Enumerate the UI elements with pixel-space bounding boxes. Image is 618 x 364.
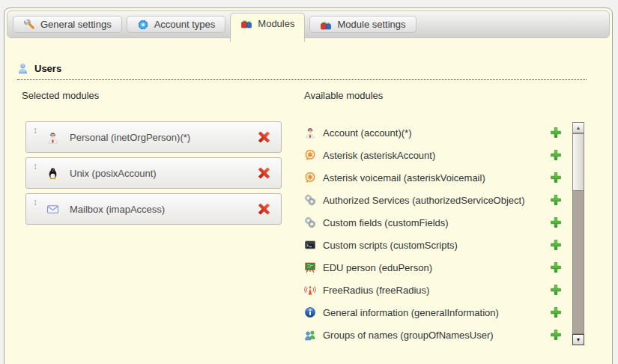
available-module-label: EDU person (eduPerson) <box>323 262 432 273</box>
available-module-label: General information (generalInformation) <box>323 307 499 318</box>
available-module-groups-of-names: Groups of names (groupOfNamesUser) <box>304 324 566 346</box>
selected-modules-list: ↕ Personal (inetOrgPerson)(*) ↕ Unix (po… <box>25 121 282 229</box>
available-module-label: Groups of names (groupOfNamesUser) <box>323 330 494 341</box>
user-icon <box>17 63 28 74</box>
section-title: Users <box>34 63 61 74</box>
available-module-label: Asterisk voicemail (asteriskVoicemail) <box>323 172 485 183</box>
asterisk-icon <box>304 149 316 161</box>
available-module-label: Asterisk (asteriskAccount) <box>323 150 435 161</box>
selected-module-label: Mailbox (imapAccess) <box>70 204 165 215</box>
chalkboard-icon <box>304 261 316 273</box>
scroll-up-icon[interactable]: ▲ <box>572 122 584 133</box>
remove-module-button[interactable] <box>257 202 271 216</box>
tab-list: General settings Account types Modules M… <box>13 11 416 42</box>
drag-handle-icon[interactable]: ↕ <box>33 126 37 135</box>
modules-config-panel: General settings Account types Modules M… <box>4 7 613 364</box>
remove-module-button[interactable] <box>257 166 271 181</box>
person-icon <box>46 131 59 144</box>
available-module-account: Account (account)(*) <box>304 121 566 144</box>
tab-label: Module settings <box>337 19 405 30</box>
group-icon <box>304 329 316 341</box>
wrench-icon <box>23 19 35 31</box>
terminal-icon <box>304 239 316 251</box>
available-module-asterisk: Asterisk (asteriskAccount) <box>304 144 566 166</box>
add-module-button[interactable] <box>550 261 562 273</box>
add-module-button[interactable] <box>550 172 562 183</box>
add-module-button[interactable] <box>550 149 562 161</box>
tux-icon <box>46 167 59 180</box>
available-module-label: Custom fields (customFields) <box>323 217 449 228</box>
person-icon <box>304 127 316 139</box>
available-module-label: Account (account)(*) <box>323 127 412 139</box>
available-module-freeradius: FreeRadius (freeRadius) <box>304 279 566 301</box>
drag-handle-icon[interactable]: ↕ <box>33 198 37 207</box>
gear-icon <box>137 19 149 31</box>
gears-icon <box>304 194 316 206</box>
available-modules-list: Account (account)(*) Asterisk (asteriskA… <box>304 121 566 346</box>
add-module-button[interactable] <box>550 329 562 341</box>
available-module-general-information: General information (generalInformation) <box>304 301 566 324</box>
add-module-button[interactable] <box>550 284 562 296</box>
available-module-authorized-services: Authorized Services (authorizedServiceOb… <box>304 189 566 211</box>
available-module-label: FreeRadius (freeRadius) <box>323 285 429 296</box>
modules-icon <box>240 17 252 29</box>
gears-icon <box>304 216 316 228</box>
selected-module-unix[interactable]: ↕ Unix (posixAccount) <box>25 157 282 189</box>
info-icon <box>304 306 316 318</box>
add-module-button[interactable] <box>550 216 562 228</box>
available-module-label: Custom scripts (customScripts) <box>323 240 458 251</box>
tab-label: Account types <box>154 19 216 30</box>
scrollbar-thumb[interactable] <box>572 133 584 191</box>
drag-handle-icon[interactable]: ↕ <box>33 162 37 171</box>
available-module-edu-person: EDU person (eduPerson) <box>304 256 566 279</box>
tab-bar: General settings Account types Modules M… <box>7 10 610 38</box>
available-module-label: Authorized Services (authorizedServiceOb… <box>323 195 525 206</box>
remove-module-button[interactable] <box>257 130 271 145</box>
selected-module-personal[interactable]: ↕ Personal (inetOrgPerson)(*) <box>25 121 282 153</box>
users-section-heading: Users <box>17 63 587 80</box>
add-module-button[interactable] <box>550 239 562 251</box>
selected-modules-heading: Selected modules <box>22 90 99 101</box>
available-module-asterisk-voicemail: Asterisk voicemail (asteriskVoicemail) <box>304 166 566 189</box>
tab-account-types[interactable]: Account types <box>127 16 226 33</box>
asterisk-icon <box>304 172 316 183</box>
available-modules-scrollbar: ▲ ▼ <box>572 122 584 345</box>
available-module-custom-fields: Custom fields (customFields) <box>304 211 566 234</box>
tab-label: General settings <box>40 19 112 30</box>
add-module-button[interactable] <box>550 194 562 206</box>
selected-module-mailbox[interactable]: ↕ Mailbox (imapAccess) <box>25 193 282 225</box>
selected-module-label: Unix (posixAccount) <box>70 168 157 179</box>
mail-icon <box>46 203 59 216</box>
available-modules-heading: Available modules <box>304 90 383 101</box>
selected-module-label: Personal (inetOrgPerson)(*) <box>70 132 190 143</box>
tab-label: Modules <box>258 18 294 29</box>
antenna-icon <box>304 284 316 296</box>
tab-modules[interactable]: Modules <box>230 13 305 42</box>
modules-icon <box>320 19 332 31</box>
available-module-custom-scripts: Custom scripts (customScripts) <box>304 234 566 256</box>
add-module-button[interactable] <box>550 127 562 139</box>
add-module-button[interactable] <box>550 306 562 318</box>
tab-general-settings[interactable]: General settings <box>13 16 122 33</box>
tab-module-settings[interactable]: Module settings <box>309 16 416 33</box>
scroll-down-icon[interactable]: ▼ <box>572 334 584 345</box>
